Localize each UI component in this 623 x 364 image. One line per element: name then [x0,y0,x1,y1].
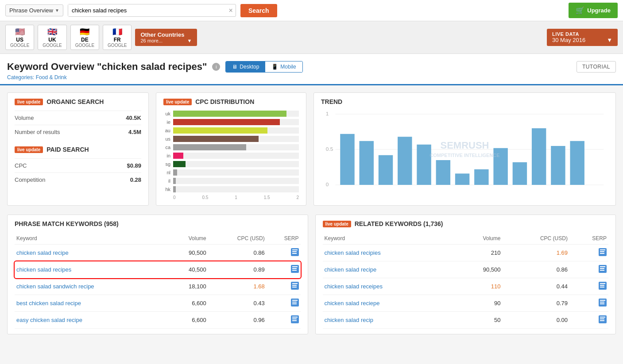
kw-link[interactable]: chicken salad recipe [16,249,69,256]
desktop-view-button[interactable]: 🖥 Desktop [226,61,265,72]
kw-link[interactable]: chicken salad recipes [16,266,71,273]
kw-link[interactable]: chicken salad receipes [325,283,383,290]
uk-code: UK [48,37,56,43]
cpc-bar-row: au [163,127,299,134]
serp-cell [267,312,301,329]
kw-link[interactable]: easy chicken salad recipe [16,317,82,323]
table-row: chicken salad reciepe 90 0.79 [323,295,609,312]
trend-bar [570,141,584,185]
serp-icon[interactable] [599,265,607,273]
cpc-row-label: uk [163,111,170,116]
serp-icon[interactable] [291,315,299,323]
cpc-bar [173,127,267,134]
cpc-cell: 0.00 [502,312,569,329]
phrase-cpc-col: CPC (USD) [208,233,267,245]
cpc-cell: 1.68 [208,278,267,295]
cpc-panel: live update CPC DISTRIBUTION uk ie au us [156,92,306,206]
cpc-row-label: ie [163,119,170,125]
serp-icon[interactable] [599,248,607,256]
cpc-bar-container [173,161,299,167]
country-us[interactable]: 🇺🇸 US GOOGLE [5,25,34,50]
results-label: Number of results [15,129,60,135]
other-countries-count: 26 more... [140,38,163,43]
phrase-overview-select[interactable]: Phrase Overview ▼ [5,4,63,16]
mobile-view-button[interactable]: 📱 Mobile [265,61,302,72]
search-input[interactable] [68,4,226,16]
us-engine: GOOGLE [10,43,29,48]
cpc-bar-row: in [163,153,299,159]
trend-bar [474,169,488,185]
cpc-cell: 0.79 [502,295,569,312]
kw-cell: chicken salad recipe [15,245,168,261]
kw-cell: chicken salad recipe [323,261,457,278]
main-content: live update ORGANIC SEARCH Volume 40.5K … [0,85,623,341]
cpc-bar [173,161,186,167]
clear-button[interactable]: × [226,7,236,15]
live-data-date-text: 30 May 2016 [552,37,585,43]
serp-cell [569,312,608,329]
kw-link[interactable]: chicken salad recip [325,317,374,323]
volume-cell: 90,500 [456,261,502,278]
cpc-bar-row: us [163,136,299,142]
kw-link[interactable]: chicken salad recipies [325,249,381,256]
trend-bar [532,128,546,185]
cpc-bar-container [173,136,299,142]
kw-link[interactable]: best chicken salad recipe [16,300,81,307]
upgrade-button[interactable]: 🛒 Upgrade [569,3,618,18]
cpc-row-label: il [163,178,170,184]
kw-link[interactable]: chicken salad sandwich recipe [16,283,94,290]
axis-2: 2 [296,195,299,200]
us-code: US [16,37,23,43]
trend-bar [398,137,412,185]
country-de[interactable]: 🇩🇪 DE GOOGLE [70,25,99,50]
search-button[interactable]: Search [240,4,277,17]
paid-section-header: live update PAID SEARCH [15,146,141,153]
serp-icon[interactable] [291,299,299,307]
axis-1: 1 [235,195,237,200]
competition-label: Competition [15,176,45,183]
cpc-axis: 0 0.5 1 1.5 2 [163,195,299,200]
related-volume-col: Volume [456,233,502,245]
cpc-value: $0.89 [127,162,141,169]
svg-text:1: 1 [326,111,329,116]
cpc-cell: 0.86 [502,261,569,278]
kw-link[interactable]: chicken salad recipe [325,266,377,273]
tutorial-button[interactable]: TUTORIAL [577,61,616,73]
uk-engine: GOOGLE [43,43,62,48]
cpc-row-label: in [163,153,170,158]
fr-flag: 🇫🇷 [112,27,122,37]
info-icon[interactable]: i [212,63,220,71]
serp-cell [267,295,301,312]
de-code: DE [81,37,89,43]
serp-icon[interactable] [599,282,607,290]
cpc-bar [173,169,177,176]
country-uk[interactable]: 🇬🇧 UK GOOGLE [38,25,66,50]
serp-icon[interactable] [599,299,607,307]
svg-text:0: 0 [326,182,329,187]
trend-bar [455,173,469,185]
categories: Categories: Food & Drink [7,74,616,80]
serp-icon[interactable] [291,282,299,290]
sections-row: live update ORGANIC SEARCH Volume 40.5K … [7,92,616,206]
cpc-row: CPC $0.89 [15,158,141,172]
serp-icon[interactable] [291,248,299,256]
live-data-date: 30 May 2016 ▼ [552,37,612,43]
serp-cell [267,261,301,278]
de-engine: GOOGLE [75,43,94,48]
live-data-arrow: ▼ [607,37,612,43]
serp-icon[interactable] [291,265,299,273]
other-countries-button[interactable]: Other Countries 26 more... ▼ [135,29,197,46]
cpc-row-label: au [163,128,170,133]
related-cpc-col: CPC (USD) [502,233,569,245]
live-data-box[interactable]: LIVE DATA 30 May 2016 ▼ [547,29,618,46]
table-row: best chicken salad recipe 6,600 0.43 [15,295,301,312]
cpc-row-label: hk [163,187,170,192]
serp-icon[interactable] [599,315,607,323]
country-fr[interactable]: 🇫🇷 FR GOOGLE [103,25,132,50]
cpc-bar [173,136,259,142]
table-row: chicken salad recipies 210 1.69 [323,245,609,261]
kw-link[interactable]: chicken salad reciepe [325,300,380,307]
trend-bar [493,148,507,185]
kw-cell: chicken salad recipes [15,261,168,278]
header: Phrase Overview ▼ × Search 🛒 Upgrade [0,0,623,21]
